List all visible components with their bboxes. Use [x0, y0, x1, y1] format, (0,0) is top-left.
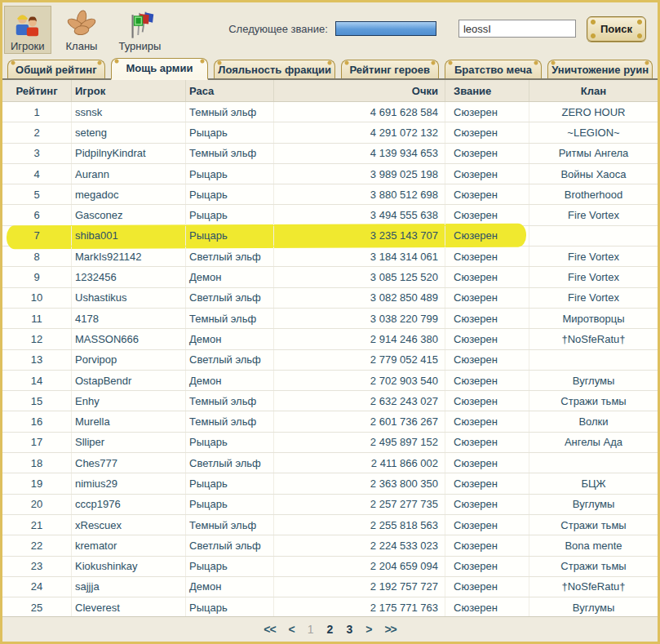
- cell-player[interactable]: PidpilnyKindrat: [72, 144, 186, 163]
- cell-player[interactable]: ssnsk: [72, 102, 186, 122]
- cell-race: Темный эльф: [186, 515, 274, 535]
- tab-faction-loyalty[interactable]: Лояльность фракции: [214, 60, 335, 78]
- cell-rank-title: Сюзерен: [445, 102, 529, 122]
- cell-player[interactable]: MarkIs921142: [72, 246, 186, 266]
- tab-ruins-destruction[interactable]: Уничтожение руин: [547, 60, 653, 78]
- cell-clan[interactable]: Вуглумы: [529, 495, 658, 514]
- cell-clan[interactable]: Brotherhood: [529, 184, 658, 204]
- table-header-cell: Звание: [445, 80, 529, 101]
- cell-clan[interactable]: †NoSfeRatu†: [529, 329, 658, 349]
- cell-rank-title: Сюзерен: [445, 329, 529, 349]
- tab-heroes-rating[interactable]: Рейтинг героев: [341, 60, 439, 78]
- cell-clan[interactable]: Fire Vortex: [529, 288, 658, 308]
- cell-clan[interactable]: Fire Vortex: [529, 246, 658, 266]
- cell-player[interactable]: Murella: [72, 411, 186, 431]
- cell-clan[interactable]: Волки: [529, 411, 658, 431]
- cell-rank: 22: [2, 535, 72, 555]
- cell-player[interactable]: Slliper: [72, 433, 186, 452]
- cell-rank-title: Сюзерен: [445, 267, 529, 286]
- cell-player[interactable]: seteng: [72, 122, 186, 142]
- page-next[interactable]: >: [365, 623, 371, 636]
- page-prev[interactable]: <: [289, 623, 295, 636]
- cell-player[interactable]: kremator: [72, 535, 186, 555]
- cell-player[interactable]: megadoc: [72, 184, 186, 204]
- cell-points: 2 495 897 152: [274, 433, 445, 452]
- cell-player[interactable]: Ches777: [72, 453, 186, 473]
- tab-sword-brotherhood[interactable]: Братство меча: [445, 60, 543, 78]
- cell-clan[interactable]: Ритмы Ангела: [529, 144, 658, 163]
- cell-player[interactable]: nimius29: [72, 473, 186, 493]
- cell-clan[interactable]: Миротворцы: [529, 309, 658, 328]
- cell-player[interactable]: Kiokushinkay: [72, 557, 186, 576]
- cell-rank: 10: [2, 288, 72, 308]
- cell-player[interactable]: MASSON666: [72, 329, 186, 349]
- cell-player[interactable]: xRescuex: [72, 515, 186, 535]
- table-row: 91232456Демон3 085 125 520СюзеренFire Vo…: [2, 267, 658, 287]
- cell-clan[interactable]: Вуглумы: [529, 371, 658, 390]
- cell-rank-title: Сюзерен: [445, 557, 529, 576]
- table-row: 16MurellaТемный эльф2 601 736 267Сюзерен…: [2, 411, 658, 432]
- cell-race: Рыцарь: [186, 122, 274, 142]
- cell-clan[interactable]: Вуглумы: [529, 597, 658, 616]
- cell-player[interactable]: Gasconez: [72, 205, 186, 224]
- cell-player[interactable]: Ushastikus: [72, 288, 186, 308]
- search-button[interactable]: Поиск: [587, 16, 646, 42]
- cell-rank: 8: [2, 246, 72, 266]
- cell-race: Демон: [186, 577, 274, 597]
- cell-points: 2 914 246 380: [274, 329, 445, 349]
- cell-rank-title: Сюзерен: [445, 433, 529, 452]
- page-3[interactable]: 3: [346, 623, 352, 636]
- next-rank-block: Следующее звание:: [228, 21, 436, 36]
- cell-player[interactable]: Aurann: [72, 164, 186, 184]
- cell-player[interactable]: ссср1976: [72, 495, 186, 514]
- page-1: 1: [308, 623, 314, 636]
- cell-race: Темный эльф: [186, 144, 274, 163]
- cell-clan[interactable]: Bona mente: [529, 535, 658, 555]
- page-2[interactable]: 2: [327, 623, 334, 636]
- cell-rank-title: Сюзерен: [445, 164, 529, 184]
- cell-race: Рыцарь: [186, 433, 274, 452]
- cell-player[interactable]: Porvipop: [72, 350, 186, 370]
- cell-clan[interactable]: Стражи тьмы: [529, 391, 658, 411]
- page-last[interactable]: >>: [384, 623, 396, 636]
- cell-player[interactable]: shiba001: [72, 226, 186, 246]
- cell-player[interactable]: Enhy: [72, 391, 186, 411]
- cell-player[interactable]: Cleverest: [72, 597, 186, 616]
- cell-clan[interactable]: Ангелы Ада: [529, 433, 658, 452]
- cell-player[interactable]: sajjja: [72, 577, 186, 597]
- cell-rank-title: Сюзерен: [445, 371, 529, 390]
- cell-clan[interactable]: Стражи тьмы: [529, 515, 658, 535]
- players-rating-window: ИгрокиКланыТурниры Следующее звание: Пои…: [0, 0, 660, 644]
- cell-clan[interactable]: Войны Хаоса: [529, 164, 658, 184]
- nav-item-clans[interactable]: Кланы: [60, 7, 104, 53]
- search-input[interactable]: [458, 20, 576, 38]
- cell-rank: 20: [2, 495, 72, 514]
- table-row: 19nimius29Рыцарь2 363 800 350СюзеренБЦЖ: [2, 473, 658, 494]
- cell-clan[interactable]: ZERO HOUR: [529, 102, 658, 122]
- nav-item-players[interactable]: Игроки: [5, 7, 51, 53]
- table-row: 10UshastikusСветлый эльф3 082 850 489Сюз…: [2, 288, 658, 309]
- cell-rank-title: Сюзерен: [445, 495, 529, 514]
- cell-player[interactable]: 1232456: [72, 267, 186, 286]
- table-header: РейтингИгрокРасаОчкиЗваниеКлан: [2, 80, 658, 102]
- cell-clan[interactable]: ~LEGION~: [529, 122, 658, 142]
- nav-item-label: Кланы: [66, 40, 98, 52]
- cell-clan[interactable]: Стражи тьмы: [529, 557, 658, 576]
- cell-race: Темный эльф: [186, 391, 274, 411]
- cell-race: Светлый эльф: [186, 535, 274, 555]
- cell-clan[interactable]: Fire Vortex: [529, 267, 658, 286]
- cell-player[interactable]: 4178: [72, 309, 186, 328]
- cell-points: 2 363 800 350: [274, 473, 445, 493]
- tab-army-power[interactable]: Мощь армии: [111, 58, 209, 80]
- cell-points: 2 204 659 094: [274, 557, 445, 576]
- cell-clan[interactable]: †NoSfeRatu†: [529, 577, 658, 597]
- cell-player[interactable]: OstapBendr: [72, 371, 186, 390]
- nav-item-tournaments[interactable]: Турниры: [113, 7, 166, 53]
- cell-rank: 4: [2, 164, 72, 184]
- tab-general-rating[interactable]: Общий рейтинг: [7, 60, 105, 78]
- page-first[interactable]: <<: [264, 623, 275, 636]
- cell-race: Темный эльф: [186, 309, 274, 328]
- cell-clan[interactable]: Fire Vortex: [529, 205, 658, 224]
- table-row: 1ssnskТемный эльф4 691 628 584СюзеренZER…: [2, 102, 658, 122]
- cell-clan[interactable]: БЦЖ: [529, 473, 658, 493]
